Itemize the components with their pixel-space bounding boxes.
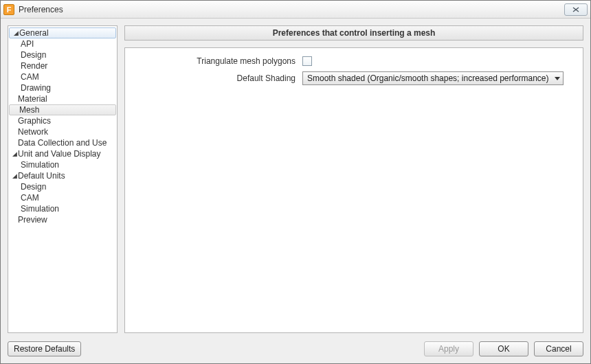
nav-tree[interactable]: ◢GeneralAPIDesignRenderCAMDrawingMateria… (8, 25, 118, 333)
tree-item-render[interactable]: Render (8, 60, 117, 71)
triangulate-label: Triangulate mesh polygons (137, 56, 302, 66)
tree-item-label: API (21, 39, 34, 49)
tree-item-label: Simulation (21, 160, 59, 170)
tree-item-network[interactable]: Network (8, 126, 117, 137)
default-shading-label: Default Shading (137, 73, 302, 83)
apply-button[interactable]: Apply (424, 341, 473, 356)
close-button[interactable] (564, 3, 588, 16)
tree-item-design[interactable]: Design (8, 181, 117, 192)
tree-item-label: Preview (18, 215, 47, 225)
tree-item-simulation[interactable]: Simulation (8, 203, 117, 214)
row-default-shading: Default Shading Smooth shaded (Organic/s… (137, 71, 570, 85)
tree-item-label: Mesh (19, 105, 39, 115)
section-header: Preferences that control inserting a mes… (124, 25, 583, 41)
tree-item-label: Design (21, 182, 46, 192)
tree-item-cam[interactable]: CAM (8, 192, 117, 203)
tree-item-preview[interactable]: Preview (8, 214, 117, 225)
tree-item-label: Graphics (18, 116, 51, 126)
tree-item-label: Material (18, 94, 47, 104)
default-shading-value: Smooth shaded (Organic/smooth shapes; in… (307, 73, 549, 83)
window-title: Preferences (19, 5, 564, 14)
tree-item-label: CAM (21, 193, 39, 203)
tree-item-general[interactable]: ◢General (9, 27, 116, 38)
twisty-icon[interactable]: ◢ (12, 30, 19, 36)
tree-item-material[interactable]: Material (8, 93, 117, 104)
tree-item-label: Data Collection and Use (18, 138, 107, 148)
twisty-icon[interactable]: ◢ (11, 172, 18, 179)
tree-item-label: Network (18, 127, 48, 137)
row-triangulate: Triangulate mesh polygons (137, 56, 570, 66)
tree-item-label: Render (21, 61, 47, 71)
default-shading-select[interactable]: Smooth shaded (Organic/smooth shapes; in… (302, 71, 564, 85)
tree-item-simulation[interactable]: Simulation (8, 159, 117, 170)
tree-item-mesh[interactable]: Mesh (9, 104, 116, 115)
tree-item-unit-and-value-display[interactable]: ◢Unit and Value Display (8, 148, 117, 159)
tree-item-cam[interactable]: CAM (8, 71, 117, 82)
tree-item-design[interactable]: Design (8, 49, 117, 60)
cancel-button[interactable]: Cancel (534, 341, 583, 356)
tree-item-label: General (19, 28, 49, 38)
tree-item-graphics[interactable]: Graphics (8, 115, 117, 126)
chevron-down-icon (555, 77, 560, 80)
twisty-icon[interactable]: ◢ (11, 150, 18, 157)
footer: Restore Defaults Apply OK Cancel (1, 337, 590, 363)
tree-item-label: Drawing (21, 83, 51, 93)
section-body: Triangulate mesh polygons Default Shadin… (124, 47, 583, 333)
tree-item-label: Design (21, 50, 46, 60)
restore-defaults-button[interactable]: Restore Defaults (8, 341, 81, 356)
close-icon (571, 6, 581, 13)
triangulate-checkbox[interactable] (302, 56, 312, 66)
tree-item-api[interactable]: API (8, 38, 117, 49)
preferences-window: F Preferences ◢GeneralAPIDesignRenderCAM… (0, 0, 591, 364)
tree-item-drawing[interactable]: Drawing (8, 82, 117, 93)
tree-item-label: CAM (21, 72, 39, 82)
tree-item-label: Simulation (21, 204, 59, 214)
tree-item-label: Default Units (18, 171, 65, 181)
tree-item-data-collection-and-use[interactable]: Data Collection and Use (8, 137, 117, 148)
ok-button[interactable]: OK (479, 341, 528, 356)
content-pane: Preferences that control inserting a mes… (124, 25, 583, 333)
app-icon: F (3, 4, 14, 15)
titlebar: F Preferences (1, 1, 590, 19)
tree-item-default-units[interactable]: ◢Default Units (8, 170, 117, 181)
tree-item-label: Unit and Value Display (18, 149, 101, 159)
